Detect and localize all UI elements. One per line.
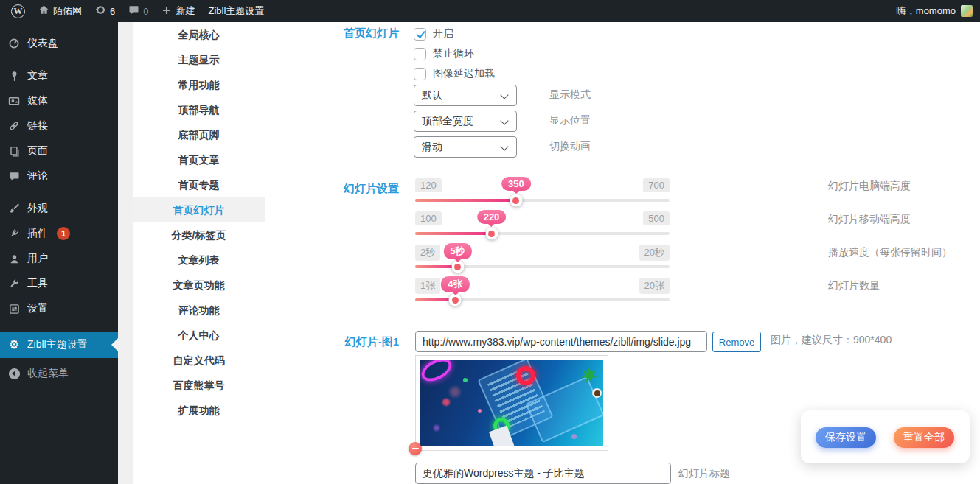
site-link[interactable]: 陌佑网 bbox=[33, 0, 87, 22]
slider-handle[interactable] bbox=[451, 261, 464, 273]
slider-track[interactable] bbox=[415, 232, 670, 235]
sidebar-item-media[interactable]: 媒体 bbox=[0, 88, 118, 113]
sidebar-item-comments[interactable]: 评论 bbox=[0, 164, 118, 189]
display-mode-select[interactable]: 默认 bbox=[414, 85, 517, 106]
coffee-cup-decoration bbox=[592, 388, 602, 398]
sidebar-item-label: 工具 bbox=[27, 277, 48, 290]
neon-magenta-ring bbox=[420, 360, 456, 386]
slider-track[interactable] bbox=[415, 298, 670, 301]
tab-theme-display[interactable]: 主题显示 bbox=[133, 47, 265, 72]
no-loop-checkbox[interactable] bbox=[414, 48, 426, 60]
lazyload-checkbox[interactable] bbox=[414, 68, 426, 80]
wordpress-logo-icon: W bbox=[11, 4, 25, 18]
site-name: 陌佑网 bbox=[53, 4, 82, 18]
tab-top-nav[interactable]: 顶部导航 bbox=[133, 97, 265, 122]
slider-min-label: 2秒 bbox=[415, 245, 440, 261]
sidebar-item-tools[interactable]: 工具 bbox=[0, 271, 118, 296]
image-hint-text: 图片，建议尺寸：900*400 bbox=[771, 334, 892, 347]
sidebar-item-dashboard[interactable]: 仪表盘 bbox=[0, 31, 118, 56]
tab-custom-code[interactable]: 自定义代码 bbox=[133, 348, 265, 373]
mobile-height-slider: 100 220 500 幻灯片移动端高度 bbox=[415, 211, 670, 241]
tab-home-topics[interactable]: 首页专题 bbox=[133, 172, 265, 197]
slide-title-input[interactable] bbox=[415, 463, 671, 484]
greeting-text[interactable]: 嗨，momomo bbox=[897, 4, 956, 18]
theme-settings-bar-link[interactable]: Zibll主题设置 bbox=[203, 0, 269, 22]
sidebar-item-label: 媒体 bbox=[27, 94, 48, 108]
checkbox-row-lazyload: 图像延迟加载 bbox=[414, 66, 495, 82]
slide-image-thumbnail[interactable] bbox=[415, 355, 608, 451]
sidebar-item-label: 设置 bbox=[27, 302, 48, 315]
tools-wrench-icon bbox=[7, 278, 21, 290]
slider-track[interactable] bbox=[415, 199, 670, 202]
tab-user-center[interactable]: 个人中心 bbox=[133, 323, 265, 348]
sidebar-item-posts[interactable]: 文章 bbox=[0, 63, 118, 88]
sidebar-item-plugins[interactable]: 插件 1 bbox=[0, 221, 118, 246]
sidebar-item-settings[interactable]: 设置 bbox=[0, 296, 118, 321]
wordpress-menu[interactable]: W bbox=[6, 0, 30, 22]
enable-checkbox[interactable] bbox=[414, 28, 426, 41]
tab-home-posts[interactable]: 首页文章 bbox=[133, 147, 265, 172]
updates-count: 6 bbox=[110, 6, 115, 17]
tab-comment-features[interactable]: 评论功能 bbox=[133, 298, 265, 323]
tab-global-core[interactable]: 全局核心 bbox=[133, 22, 265, 47]
select-value: 顶部全宽度 bbox=[422, 115, 473, 128]
admin-bar: W 陌佑网 6 0 bbox=[0, 0, 980, 22]
display-position-select[interactable]: 顶部全宽度 bbox=[414, 111, 517, 132]
tab-post-page[interactable]: 文章页功能 bbox=[133, 273, 265, 298]
tab-common-features[interactable]: 常用功能 bbox=[133, 72, 265, 97]
tab-baidu-xzh[interactable]: 百度熊掌号 bbox=[133, 373, 265, 398]
slide-title-desc: 幻灯片标题 bbox=[678, 467, 730, 480]
tab-post-list[interactable]: 文章列表 bbox=[133, 248, 265, 273]
comment-bubble-icon bbox=[128, 4, 139, 18]
comment-icon bbox=[7, 171, 21, 182]
updates-link[interactable]: 6 bbox=[90, 0, 120, 22]
sidebar-item-pages[interactable]: 页面 bbox=[0, 138, 118, 164]
display-position-desc: 显示位置 bbox=[549, 114, 591, 127]
sidebar-item-links[interactable]: 链接 bbox=[0, 113, 118, 138]
slider-desc: 播放速度（每张停留时间） bbox=[828, 246, 952, 259]
comments-link[interactable]: 0 bbox=[123, 0, 153, 22]
slider-value-badge: 5秒 bbox=[443, 243, 471, 259]
tab-footer[interactable]: 底部页脚 bbox=[133, 122, 265, 147]
tab-home-slider[interactable]: 首页幻灯片 bbox=[133, 197, 265, 222]
image-url-input[interactable] bbox=[415, 331, 707, 352]
new-content-menu[interactable]: 新建 bbox=[156, 0, 200, 22]
tab-category-tag[interactable]: 分类/标签页 bbox=[133, 222, 265, 248]
save-settings-button[interactable]: 保存设置 bbox=[816, 427, 876, 448]
collapse-menu-button[interactable]: 收起菜单 bbox=[0, 361, 118, 386]
sidebar-item-users[interactable]: 用户 bbox=[0, 246, 118, 271]
slider-max-label: 500 bbox=[643, 211, 670, 225]
slider-desc: 幻灯片电脑端高度 bbox=[828, 180, 911, 193]
checkbox-row-no-loop: 禁止循环 bbox=[414, 46, 474, 62]
appearance-brush-icon bbox=[7, 203, 21, 214]
slider-fill bbox=[415, 232, 492, 235]
slider-max-label: 20张 bbox=[639, 278, 670, 294]
pc-height-slider: 120 350 700 幻灯片电脑端高度 bbox=[415, 178, 670, 208]
transition-animation-select[interactable]: 滑动 bbox=[414, 136, 517, 158]
zibll-theme-settings-page: W 陌佑网 6 0 bbox=[0, 0, 980, 484]
slide-image-preview bbox=[420, 360, 603, 446]
play-speed-slider: 2秒 5秒 20秒 播放速度（每张停留时间） bbox=[415, 245, 670, 274]
reset-all-button[interactable]: 重置全部 bbox=[894, 427, 954, 448]
slider-value-badge: 350 bbox=[501, 177, 531, 191]
remove-slide-icon[interactable] bbox=[409, 442, 422, 455]
slider-handle[interactable] bbox=[485, 228, 498, 240]
sidebar-item-label: 仪表盘 bbox=[27, 37, 58, 50]
checkbox-label: 图像延迟加载 bbox=[433, 67, 495, 80]
media-icon bbox=[7, 95, 21, 107]
active-menu-arrow bbox=[111, 338, 118, 351]
slider-handle[interactable] bbox=[449, 294, 462, 306]
remove-image-button[interactable]: Remove bbox=[712, 332, 761, 352]
slider-desc: 幻灯片移动端高度 bbox=[828, 213, 911, 226]
sidebar-item-zibll-theme-settings[interactable]: ⚙ Zibll主题设置 bbox=[0, 332, 118, 358]
settings-sliders-icon bbox=[7, 304, 21, 315]
tab-extensions[interactable]: 扩展功能 bbox=[133, 398, 265, 423]
gear-icon: ⚙ bbox=[7, 339, 21, 351]
slider-handle[interactable] bbox=[510, 194, 522, 207]
slider-track[interactable] bbox=[415, 265, 670, 268]
user-avatar[interactable] bbox=[961, 5, 973, 17]
sidebar-item-appearance[interactable]: 外观 bbox=[0, 196, 118, 221]
neon-red-ring bbox=[516, 366, 535, 385]
checkbox-label: 禁止循环 bbox=[433, 47, 474, 60]
updates-icon bbox=[95, 4, 106, 18]
